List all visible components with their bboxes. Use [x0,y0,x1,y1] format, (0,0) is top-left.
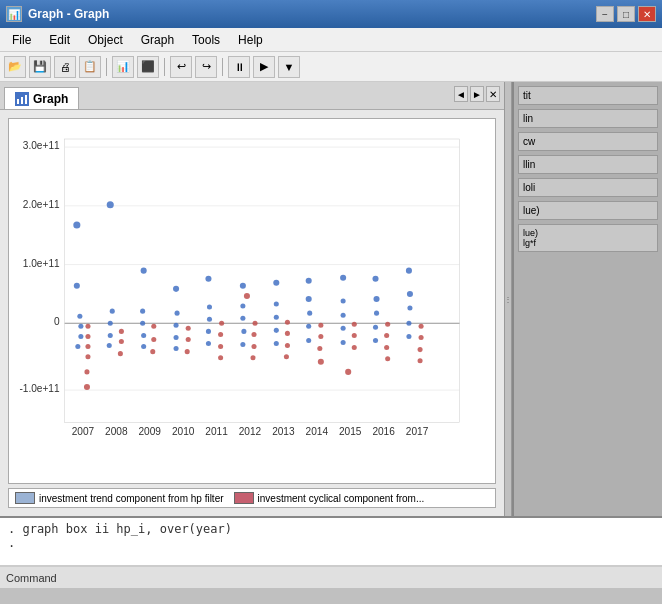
svg-point-31 [78,334,83,339]
svg-point-75 [241,329,246,334]
svg-point-46 [118,351,123,356]
title-bar-icon: 📊 [6,6,22,22]
bottom-area: . graph box ii hp_i, over(year) . Comman… [0,516,662,588]
svg-point-32 [75,344,80,349]
svg-text:0: 0 [54,316,60,327]
tab-icon [15,92,29,106]
title-bar-text: Graph - Graph [28,7,109,21]
svg-point-45 [119,339,124,344]
menu-help[interactable]: Help [230,31,271,49]
sidebar-llin[interactable]: llin [518,155,658,174]
svg-point-59 [174,346,179,351]
toolbar-sep3 [222,58,223,76]
svg-point-47 [141,268,147,274]
legend-label-red: investment cyclical component from... [258,493,425,504]
svg-point-81 [250,355,255,360]
nav-close[interactable]: ✕ [486,86,500,102]
svg-point-118 [406,268,412,274]
menu-edit[interactable]: Edit [41,31,78,49]
svg-point-73 [240,304,245,309]
toolbar-dropdown[interactable]: ▼ [278,56,300,78]
svg-point-83 [274,302,279,307]
command-line1: . graph box ii hp_i, over(year) [8,522,654,536]
svg-point-34 [85,334,90,339]
minimize-button[interactable]: − [596,6,614,22]
svg-point-56 [175,311,180,316]
svg-point-76 [240,342,245,347]
toolbar-redo[interactable]: ↪ [195,56,217,78]
menu-object[interactable]: Object [80,31,131,49]
svg-point-123 [419,324,424,329]
toolbar-chart[interactable]: 📊 [112,56,134,78]
svg-rect-1 [21,97,23,104]
svg-text:2015: 2015 [339,426,362,437]
legend: investment trend component from hp filte… [8,488,496,508]
svg-point-115 [384,333,389,338]
toolbar-open[interactable]: 📂 [4,56,26,78]
svg-point-79 [251,332,256,337]
svg-point-102 [341,313,346,318]
svg-point-100 [340,275,346,281]
legend-item-blue: investment trend component from hp filte… [15,492,224,504]
title-bar-controls: − □ ✕ [596,6,656,22]
legend-label-blue: investment trend component from hp filte… [39,493,224,504]
toolbar-undo[interactable]: ↩ [170,56,192,78]
menu-file[interactable]: File [4,31,39,49]
graph-tab[interactable]: Graph [4,87,79,109]
svg-point-55 [173,286,179,292]
tab-bar: Graph ◄ ► ✕ [0,82,504,110]
svg-point-67 [206,341,211,346]
toolbar-print[interactable]: 🖨 [54,56,76,78]
toolbar: 📂 💾 🖨 📋 📊 ⬛ ↩ ↪ ⏸ ▶ ▼ [0,52,662,82]
svg-point-65 [207,317,212,322]
sidebar-lue1[interactable]: lue) [518,201,658,220]
svg-text:2017: 2017 [406,426,429,437]
svg-text:3.0e+11: 3.0e+11 [23,140,60,151]
svg-text:2007: 2007 [72,426,95,437]
svg-point-71 [218,355,223,360]
svg-point-53 [151,337,156,342]
svg-rect-2 [25,95,27,104]
sidebar-lue2[interactable]: lue)lg*f [518,224,658,252]
svg-rect-0 [17,99,19,104]
svg-text:1.0e+11: 1.0e+11 [23,258,60,269]
menu-graph[interactable]: Graph [133,31,182,49]
svg-point-116 [384,345,389,350]
svg-point-85 [274,328,279,333]
sidebar-tit[interactable]: tit [518,86,658,105]
toolbar-region[interactable]: ⬛ [137,56,159,78]
command-output: . graph box ii hp_i, over(year) . [0,518,662,566]
svg-point-124 [419,335,424,340]
legend-color-red [234,492,254,504]
toolbar-pause[interactable]: ⏸ [228,56,250,78]
svg-point-94 [306,324,311,329]
chart-area: 3.0e+11 2.0e+11 1.0e+11 0 -1.0e+11 2007 [8,118,496,484]
maximize-button[interactable]: □ [617,6,635,22]
svg-point-112 [373,325,378,330]
sidebar-lin[interactable]: lin [518,109,658,128]
svg-point-107 [352,333,357,338]
svg-text:2009: 2009 [138,426,161,437]
close-button[interactable]: ✕ [638,6,656,22]
svg-point-120 [407,306,412,311]
svg-point-50 [141,333,146,338]
nav-left[interactable]: ◄ [454,86,468,102]
legend-color-blue [15,492,35,504]
svg-point-54 [150,349,155,354]
toolbar-copy[interactable]: 📋 [79,56,101,78]
svg-text:2010: 2010 [172,426,195,437]
svg-point-96 [318,359,324,365]
svg-point-36 [85,354,90,359]
menu-tools[interactable]: Tools [184,31,228,49]
resize-handle[interactable]: ⋮ [504,82,512,516]
right-sidebar: tit lin cw llin loli lue) lue)lg*f [512,82,662,516]
svg-point-49 [140,321,145,326]
svg-point-92 [306,296,312,302]
svg-point-86 [274,341,279,346]
sidebar-loli[interactable]: loli [518,178,658,197]
svg-text:2.0e+11: 2.0e+11 [23,199,60,210]
toolbar-play[interactable]: ▶ [253,56,275,78]
toolbar-save[interactable]: 💾 [29,56,51,78]
sidebar-cw[interactable]: cw [518,132,658,151]
nav-right[interactable]: ► [470,86,484,102]
